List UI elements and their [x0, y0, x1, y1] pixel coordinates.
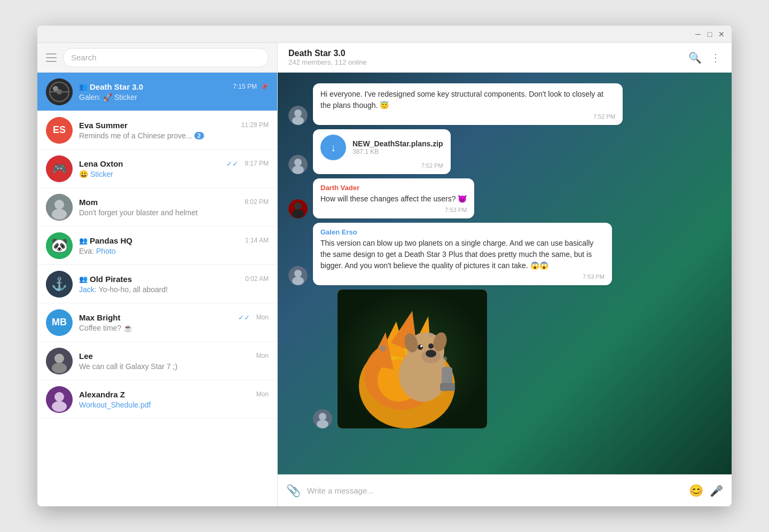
svg-point-25 — [292, 166, 304, 174]
chat-preview: Jack: Yo-ho-ho, all aboard! — [79, 285, 269, 294]
chat-name: Lena Oxton — [79, 159, 123, 168]
sender-avatar — [288, 199, 308, 218]
avatar: 🐼 — [46, 232, 73, 259]
group-icon: 👥 — [79, 83, 88, 91]
svg-point-4 — [53, 86, 58, 91]
sender-avatar — [288, 155, 308, 174]
emoji-icon[interactable]: 😊 — [689, 484, 703, 498]
message-bubble: Darth Vader How will these changes affec… — [313, 178, 474, 218]
chat-preview: Don't forget your blaster and helmet — [79, 208, 269, 217]
chat-preview: Galen: 🚀 Sticker — [79, 93, 269, 101]
message-input-area: 📎 😊 🎤 — [278, 474, 732, 506]
chat-item-lena-oxton[interactable]: 🎮 Lena Oxton ✓✓ 9:17 PM 😀 Sticker — [37, 150, 277, 188]
file-info: NEW_DeathStar.plans.zip 387.1 KB — [352, 139, 443, 155]
svg-point-55 — [380, 345, 386, 351]
chat-info: 👥 Death Star 3.0 7:15 PM 📌 Galen: 🚀 Stic… — [79, 82, 269, 101]
avatar — [46, 386, 73, 413]
message-time: 7:52 PM — [320, 113, 615, 120]
svg-point-28 — [292, 209, 304, 218]
sender-name: Galen Erso — [320, 228, 605, 236]
chat-item-alexandra-z[interactable]: Alexandra Z Mon Workout_Shedule.pdf — [37, 380, 277, 419]
attach-icon[interactable]: 📎 — [286, 484, 301, 498]
app-window: ─ □ ✕ — [37, 26, 732, 506]
chat-item-mom[interactable]: Mom 8:02 PM Don't forget your blaster an… — [37, 188, 277, 226]
chat-item-eva-summer[interactable]: ES Eva Summer 11:28 PM Reminds me of a C… — [37, 111, 277, 150]
chat-name: Max Bright — [79, 313, 121, 322]
svg-point-31 — [292, 277, 304, 285]
svg-point-56 — [429, 333, 433, 337]
chat-name: Mom — [79, 198, 98, 207]
chat-time: Mon — [256, 352, 269, 359]
minimize-button[interactable]: ─ — [694, 30, 702, 38]
svg-point-49 — [428, 343, 434, 349]
search-box[interactable] — [63, 48, 269, 67]
chat-info: Alexandra Z Mon Workout_Shedule.pdf — [79, 390, 269, 409]
chat-info: Eva Summer 11:28 PM Reminds me of a Chin… — [79, 121, 269, 140]
chat-info: Lena Oxton ✓✓ 9:17 PM 😀 Sticker — [79, 159, 269, 178]
svg-rect-53 — [442, 367, 452, 386]
close-button[interactable]: ✕ — [718, 30, 725, 38]
message-row: Darth Vader How will these changes affec… — [288, 178, 721, 218]
unread-badge: 2 — [194, 132, 204, 139]
svg-point-24 — [294, 159, 302, 166]
chat-time: 1:14 AM — [245, 237, 269, 244]
avatar: ⚓ — [46, 271, 73, 298]
chat-name: 👥 Pandas HQ — [79, 236, 132, 245]
chat-item-death-star[interactable]: 👥 Death Star 3.0 7:15 PM 📌 Galen: 🚀 Stic… — [37, 73, 277, 111]
svg-text:🐼: 🐼 — [51, 237, 68, 254]
chat-info: 👥 Old Pirates 0:02 AM Jack: Yo-ho-ho, al… — [79, 275, 269, 294]
sender-avatar — [288, 106, 308, 125]
svg-point-27 — [294, 202, 302, 210]
chat-time: 8:02 PM — [245, 198, 269, 206]
microphone-icon[interactable]: 🎤 — [710, 484, 723, 497]
svg-point-47 — [426, 350, 436, 357]
double-tick: ✓✓ — [238, 314, 250, 322]
chat-time: 9:17 PM — [245, 160, 269, 167]
svg-point-48 — [418, 345, 423, 350]
chat-name: Eva Summer — [79, 121, 128, 130]
chat-header-name: Death Star 3.0 — [288, 49, 367, 58]
chat-item-max-bright[interactable]: MB Max Bright ✓✓ Mon Coffee time? ☕ — [37, 303, 277, 342]
search-icon[interactable]: 🔍 — [688, 51, 702, 64]
chat-time: 7:15 PM — [233, 83, 257, 90]
svg-rect-54 — [440, 383, 455, 391]
messages-inner: Hi everyone. I've redesigned some key st… — [288, 83, 721, 428]
maximize-button[interactable]: □ — [706, 30, 713, 38]
chat-item-pandas-hq[interactable]: 🐼 👥 Pandas HQ 1:14 AM Eva: Photo — [37, 226, 277, 265]
svg-point-8 — [54, 200, 64, 209]
avatar — [46, 194, 73, 221]
sticker-container — [313, 290, 721, 428]
svg-point-33 — [319, 413, 326, 420]
chat-header-info: Death Star 3.0 242 members, 112 online — [288, 49, 367, 66]
chat-item-old-pirates[interactable]: ⚓ 👥 Old Pirates 0:02 AM Jack: Yo-ho — [37, 265, 277, 303]
svg-text:🎮: 🎮 — [52, 161, 67, 176]
chat-time: Mon — [256, 390, 269, 398]
avatar — [46, 348, 73, 374]
message-input[interactable] — [307, 486, 682, 495]
pin-icon: 📌 — [260, 83, 269, 91]
svg-point-19 — [52, 401, 67, 412]
sender-name: Darth Vader — [320, 184, 467, 192]
sender-avatar — [288, 266, 308, 285]
file-attachment: ↓ NEW_DeathStar.plans.zip 387.1 KB — [320, 135, 443, 160]
chat-name: Alexandra Z — [79, 390, 125, 399]
hamburger-menu[interactable] — [46, 53, 57, 62]
file-name: NEW_DeathStar.plans.zip — [352, 139, 443, 148]
message-bubble-file: ↓ NEW_DeathStar.plans.zip 387.1 KB 7:52 … — [313, 129, 451, 174]
messages-container: Hi everyone. I've redesigned some key st… — [278, 73, 732, 474]
svg-point-50 — [420, 345, 422, 347]
chat-header-status: 242 members, 112 online — [288, 58, 367, 66]
file-size: 387.1 KB — [352, 148, 443, 155]
chat-preview: 😀 Sticker — [79, 170, 269, 178]
chat-preview: Eva: Photo — [79, 247, 269, 255]
message-row: Hi everyone. I've redesigned some key st… — [288, 83, 721, 125]
chat-name: 👥 Death Star 3.0 — [79, 82, 143, 91]
chat-info: Max Bright ✓✓ Mon Coffee time? ☕ — [79, 313, 269, 332]
chat-info: Lee Mon We can call it Galaxy Star 7 ;) — [79, 351, 269, 371]
download-icon[interactable]: ↓ — [320, 135, 346, 160]
chat-item-lee[interactable]: Lee Mon We can call it Galaxy Star 7 ;) — [37, 342, 277, 380]
svg-text:⚓: ⚓ — [51, 276, 67, 292]
search-input[interactable] — [71, 53, 261, 62]
more-options-icon[interactable]: ⋮ — [710, 51, 721, 64]
group-icon: 👥 — [79, 237, 88, 245]
